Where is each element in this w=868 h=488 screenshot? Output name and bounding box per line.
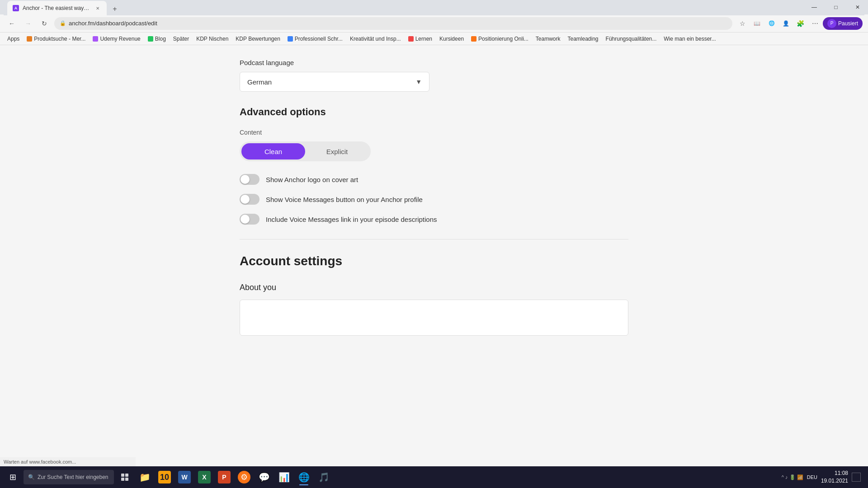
taskbar-search[interactable]: 🔍 Zur Suche Text hier eingeben [24,470,114,484]
extensions-btn[interactable]: 🧩 [794,17,807,30]
bookmark-favicon [471,36,476,42]
search-icon: 🔍 [28,474,35,480]
taskbar: ⊞ 🔍 Zur Suche Text hier eingeben 📁 10 W … [0,466,868,488]
bookmark-favicon [93,36,98,42]
advanced-options-title: Advanced options [240,106,628,118]
chrome-btn[interactable]: 🌐 [295,468,313,486]
toggle-row-anchor-logo: Show Anchor logo on cover art [240,174,628,185]
chevron-down-icon: ▼ [415,78,422,85]
refresh-btn[interactable]: ↻ [38,17,51,30]
content-toggle-group: Clean Explicit [240,141,371,161]
status-text: Warten auf www.facebook.com... [4,459,76,465]
voice-messages-label: Show Voice Messages button on your Ancho… [266,196,423,203]
bookmark-star-btn[interactable]: ☆ [736,17,750,30]
bookmark-label: Lernen [415,36,432,42]
bookmark-wieman[interactable]: Wie man ein besser... [661,35,718,43]
new-tab-btn[interactable]: + [108,3,121,15]
taskbar-clock[interactable]: 11:08 19.01.2021 [821,469,848,485]
show-desktop-btn[interactable] [852,473,861,482]
about-you-textarea[interactable] [240,300,628,336]
bookmark-fuehrung[interactable]: Führungsqualitäten... [603,35,660,43]
reader-view-btn[interactable]: 📖 [750,17,764,30]
voice-link-toggle[interactable] [240,214,259,225]
bookmark-teamwork[interactable]: Teamwork [533,35,563,43]
bookmark-lernen[interactable]: Lernen [406,35,435,43]
translate-btn[interactable]: 🌐 [765,17,778,30]
nav-right-icons: ☆ 📖 🌐 👤 🧩 ⋯ P Pausiert [736,17,863,30]
task-view-btn[interactable] [116,468,134,486]
browser-tab-active[interactable]: A Anchor - The easiest way to mai... ✕ [7,1,107,15]
advanced-options-section: Advanced options Content Clean Explicit … [240,106,628,225]
bookmark-label: Produktsuche - Mer... [34,36,85,42]
lock-icon: 🔒 [60,20,66,26]
taskbar-app-2[interactable]: 10 [156,468,174,486]
explicit-button[interactable]: Explicit [305,143,369,160]
back-btn[interactable]: ← [5,17,18,30]
app-orange[interactable]: ⚙ [235,468,253,486]
window-controls: — □ ✕ [804,0,868,14]
maximize-btn[interactable]: □ [826,0,846,14]
toggle-row-voice-messages: Show Voice Messages button on your Ancho… [240,194,628,205]
bookmark-produktsuche[interactable]: Produktsuche - Mer... [24,35,88,43]
bookmark-professionell[interactable]: Professionell Schr... [285,35,345,43]
file-explorer-btn[interactable]: 📁 [136,468,154,486]
language-indicator: DEU [807,474,817,480]
bookmark-blog[interactable]: Blog [145,35,169,43]
word-btn[interactable]: W [175,468,193,486]
time-display: 11:08 [821,469,848,477]
app-gray[interactable]: 💬 [255,468,273,486]
profile-status-btn[interactable]: P Pausiert [823,17,863,30]
bookmark-label: Kursideen [439,36,464,42]
bookmark-label: Positionierung Onli... [478,36,528,42]
language-value: German [247,78,272,86]
powerpoint-btn[interactable]: P [215,468,233,486]
clean-button[interactable]: Clean [241,143,305,160]
bookmark-spaeter[interactable]: Später [170,35,192,43]
about-you-title: About you [240,283,628,292]
tab-close-btn[interactable]: ✕ [94,5,101,12]
address-bar[interactable]: 🔒 anchor.fm/dashboard/podcast/edit [54,17,732,30]
browser-chrome: A Anchor - The easiest way to mai... ✕ +… [0,0,868,45]
voice-messages-toggle[interactable] [240,194,259,205]
date-display: 19.01.2021 [821,477,848,485]
settings-btn[interactable]: ⋯ [808,17,822,30]
language-dropdown[interactable]: German ▼ [240,72,429,92]
page-content: Podcast language German ▼ Advanced optio… [0,45,868,472]
taskbar-right: ^ ♪ 🔋 📶 DEU 11:08 19.01.2021 [782,469,864,485]
voice-link-label: Include Voice Messages link in your epis… [266,216,437,223]
excel-btn[interactable]: X [195,468,213,486]
bookmark-label: Wie man ein besser... [664,36,716,42]
svg-rect-3 [125,478,128,481]
bookmark-kdp-nischen[interactable]: KDP Nischen [193,35,231,43]
profile-circle-btn[interactable]: 👤 [779,17,793,30]
content-label: Content [240,129,628,136]
bookmark-label: Apps [7,36,19,42]
account-settings-section: Account settings About you [240,254,628,336]
system-icons: ^ ♪ 🔋 📶 [782,474,803,480]
bookmark-apps[interactable]: Apps [5,35,22,43]
music-btn[interactable]: 🎵 [315,468,333,486]
bookmark-kursideen[interactable]: Kursideen [437,35,467,43]
bookmark-kdp-bewertungen[interactable]: KDP Bewertungen [233,35,283,43]
app-gray2[interactable]: 📊 [275,468,293,486]
anchor-logo-toggle[interactable] [240,174,259,185]
bookmark-label: KDP Bewertungen [236,36,280,42]
bookmark-teamleading[interactable]: Teamleading [565,35,601,43]
forward-btn[interactable]: → [22,17,34,30]
minimize-btn[interactable]: — [804,0,825,14]
start-button[interactable]: ⊞ [4,468,22,486]
bookmark-label: KDP Nischen [196,36,228,42]
bookmark-udemy[interactable]: Udemy Revenue [90,35,143,43]
bookmarks-bar: Apps Produktsuche - Mer... Udemy Revenue… [0,33,868,45]
bookmark-favicon [288,36,293,42]
bookmark-kreativitaet[interactable]: Kreativität und Insp... [347,35,404,43]
svg-rect-1 [125,474,128,477]
account-settings-title: Account settings [240,254,628,268]
close-btn[interactable]: ✕ [847,0,868,14]
url-text: anchor.fm/dashboard/podcast/edit [69,20,157,27]
search-placeholder: Zur Suche Text hier eingeben [38,474,108,480]
bookmark-positionierung[interactable]: Positionierung Onli... [468,35,531,43]
tab-favicon: A [13,5,19,11]
bookmark-label: Blog [155,36,166,42]
toggle-row-voice-link: Include Voice Messages link in your epis… [240,214,628,225]
